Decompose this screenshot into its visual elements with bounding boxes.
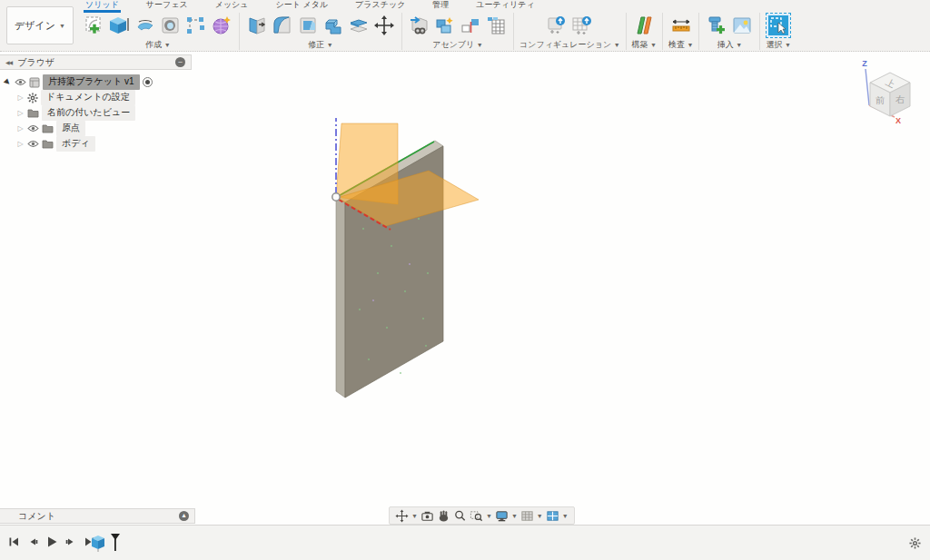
offset-face-icon[interactable] [347,14,371,37]
browser-panel: ◀◀ ブラウザ – ▶ 片持梁ブラケット v1 ▷ ドキュメントの設定 ▷ 名前… [0,54,193,152]
pattern-icon[interactable] [184,14,208,37]
joint-icon[interactable] [433,14,457,37]
folder-icon [27,108,39,118]
chevron-down-icon[interactable]: ▼ [411,513,418,519]
tree-row-named-views[interactable]: ▷ 名前の付いたビュー [4,105,193,121]
expand-arrow-icon[interactable]: ▷ [16,93,25,102]
tab-mesh[interactable]: メッシュ [213,0,251,10]
zoom-icon[interactable] [453,509,467,523]
expand-arrow-icon[interactable]: ▷ [16,124,25,133]
tree-root-row[interactable]: ▶ 片持梁ブラケット v1 [4,74,193,90]
configuration-table-icon[interactable] [570,14,594,37]
gear-icon [27,93,38,103]
new-component-icon[interactable] [408,14,431,37]
tree-row-origin[interactable]: ▷ 原点 [4,121,193,136]
toolbar-divider [239,13,240,50]
construction-plane-icon[interactable] [632,14,656,37]
chevron-down-icon[interactable]: ▼ [511,513,518,519]
collapse-arrow-icon[interactable]: ▶ [2,76,14,88]
timeline-bar [0,525,930,560]
tab-surface[interactable]: サーフェス [144,0,190,10]
group-assemble-dropdown[interactable]: アセンブリ ▼ [432,40,483,50]
group-modify-dropdown[interactable]: 修正 ▼ [308,40,332,50]
browser-panel-header[interactable]: ◀◀ ブラウザ – [0,54,192,70]
extrude-icon[interactable] [108,14,132,37]
revolve-icon[interactable] [134,14,157,37]
tree-item-label[interactable]: ボディ [56,136,95,152]
collapse-panel-icon[interactable]: ◀◀ [5,59,12,65]
tree-row-document-settings[interactable]: ▷ ドキュメントの設定 [4,90,193,105]
tab-sheet-metal[interactable]: シート メタル [274,0,331,10]
display-settings-icon[interactable] [495,509,509,523]
activate-component-radio[interactable] [143,77,153,87]
play-button[interactable] [45,535,58,548]
viewcube[interactable]: 上 前 右 Z X [847,54,927,134]
chevron-down-icon: ▼ [327,42,333,48]
move-icon[interactable] [372,14,396,37]
press-pull-icon[interactable] [245,14,269,37]
bom-table-icon[interactable] [484,14,508,37]
expand-arrow-icon[interactable]: ▷ [16,109,25,117]
step-forward-button[interactable] [64,535,77,548]
chevron-down-icon[interactable]: ▼ [562,513,569,519]
root-component-label[interactable]: 片持梁ブラケット v1 [43,74,140,90]
group-insert-dropdown[interactable]: 挿入 ▼ [717,40,742,50]
timeline-position-marker[interactable] [109,533,122,556]
tab-manage[interactable]: 管理 [430,0,450,10]
folder-icon [42,123,54,133]
comments-panel-header[interactable]: コメント ▴ [0,508,195,524]
tab-utilities[interactable]: ユーティリティ [474,0,536,10]
create-sketch-icon[interactable] [83,14,106,37]
go-to-start-button[interactable] [7,535,20,548]
eye-icon[interactable] [27,140,39,148]
grid-icon[interactable] [520,509,534,523]
tree-row-bodies[interactable]: ▷ ボディ [4,136,193,152]
group-configuration-dropdown[interactable]: コンフィギュレーション ▼ [519,40,620,50]
eye-icon[interactable] [27,124,39,133]
expand-comments-icon[interactable]: ▴ [179,511,189,521]
as-built-joint-icon[interactable] [459,14,482,37]
chevron-down-icon[interactable]: ▼ [486,513,492,519]
origin-point[interactable] [332,193,340,201]
z-axis-label: Z [862,59,867,68]
group-construct-dropdown[interactable]: 構築 ▼ [632,40,657,50]
design-workspace-dropdown[interactable]: デザイン ▼ [6,6,74,44]
group-create: 作成 ▼ [78,11,238,52]
look-at-icon[interactable] [420,509,434,523]
measure-icon[interactable] [669,14,693,37]
timeline-settings-gear-icon[interactable] [909,536,921,553]
chevron-down-icon[interactable]: ▼ [537,513,543,519]
body-feature-cube-icon[interactable] [91,533,107,556]
close-panel-icon[interactable]: – [175,57,185,67]
insert-image-icon[interactable] [730,14,754,37]
insert-fastener-icon[interactable] [705,14,728,37]
eye-icon[interactable] [15,78,26,86]
toolbar-divider [698,13,699,50]
toolbar-divider [759,13,760,50]
group-inspect: 検査 ▼ [664,11,698,52]
tree-item-label[interactable]: 名前の付いたビュー [42,105,135,121]
viewcube-front-label: 前 [876,95,885,105]
hole-icon[interactable] [159,14,183,37]
group-modify: 修正 ▼ [241,11,401,52]
expand-arrow-icon[interactable]: ▷ [16,140,25,148]
tab-plastic[interactable]: プラスチック [353,0,407,10]
step-back-button[interactable] [26,535,39,548]
pan-icon[interactable] [437,509,450,523]
fillet-icon[interactable] [271,14,294,37]
fit-icon[interactable] [470,509,483,523]
tree-item-label[interactable]: ドキュメントの設定 [41,90,135,105]
group-create-dropdown[interactable]: 作成 ▼ [145,40,170,50]
ribbon-tabs: ソリッド サーフェス メッシュ シート メタル プラスチック 管理 ユーティリテ… [84,0,537,11]
form-icon[interactable] [210,14,233,37]
viewports-icon[interactable] [546,509,559,523]
group-inspect-dropdown[interactable]: 検査 ▼ [668,40,693,50]
select-tool-icon[interactable] [767,14,790,37]
configuration-icon[interactable] [545,14,569,37]
shell-icon[interactable] [296,14,320,37]
tree-item-label[interactable]: 原点 [56,121,85,136]
browser-panel-title: ブラウザ [17,56,54,69]
group-select-dropdown[interactable]: 選択 ▼ [766,40,790,50]
orbit-icon[interactable] [395,509,409,523]
combine-icon[interactable] [322,14,345,37]
